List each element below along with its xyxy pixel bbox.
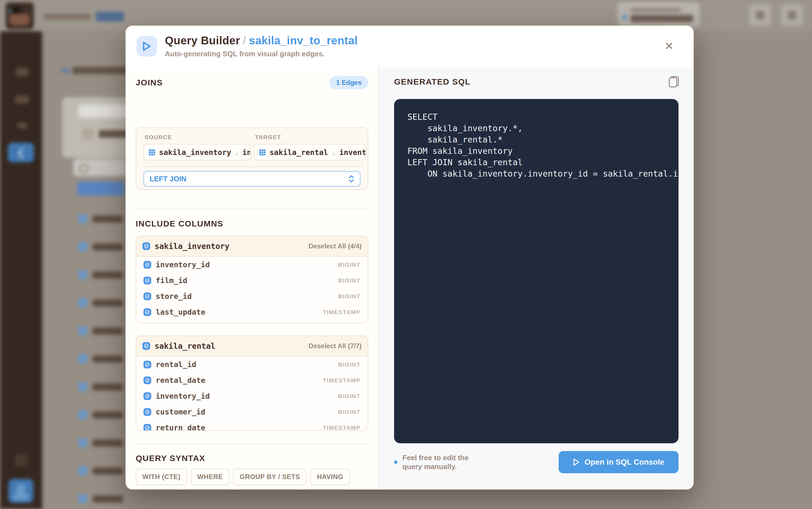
open-in-sql-console-button[interactable]: Open in SQL Console — [559, 451, 679, 473]
chip-where[interactable]: WHERE — [191, 469, 229, 485]
query-syntax-heading: QUERY SYNTAX — [136, 453, 206, 463]
column-row[interactable]: inventory_id BIGINT — [136, 257, 368, 273]
table-header[interactable]: sakila_rental Deselect All (7/7) — [136, 336, 368, 357]
title-separator: / — [240, 34, 249, 46]
target-table: sakila_rental — [270, 148, 328, 157]
column-name: rental_id — [156, 360, 196, 369]
table-name: sakila_rental — [155, 342, 215, 351]
column-name: inventory_id — [156, 260, 210, 269]
edges-count-badge: 1 Edges — [330, 76, 368, 89]
query-syntax-chips: WITH (CTE) WHERE GROUP BY / SETS HAVING … — [136, 469, 370, 489]
open-button-label: Open in SQL Console — [585, 458, 664, 467]
column-name: last_update — [156, 308, 206, 316]
modal-header: Query Builder/sakila_inv_to_rental Auto-… — [126, 26, 693, 68]
edit-hint-text: Feel free to edit the query manually. — [402, 453, 477, 471]
checked-circle-icon — [143, 342, 150, 350]
copy-icon-front — [669, 77, 677, 87]
column-name: inventory_id — [156, 392, 210, 400]
table-card-sakila-inventory: sakila_inventory Deselect All (4/4) inve… — [136, 236, 368, 323]
modal-title-row: Query Builder/sakila_inv_to_rental — [165, 34, 358, 47]
target-column: inventory_id — [339, 148, 366, 157]
column-row[interactable]: return_date TIMESTAMP — [136, 420, 368, 431]
checked-circle-icon — [144, 424, 151, 431]
chip-having[interactable]: HAVING — [310, 469, 350, 485]
column-row[interactable]: store_id BIGINT — [136, 288, 368, 304]
chip-with-cte[interactable]: WITH (CTE) — [136, 469, 187, 485]
chip-group-by[interactable]: GROUP BY / SETS — [233, 469, 307, 485]
builder-left-column: JOINS 1 Edges SOURCE TARGET sakila_inven… — [126, 67, 378, 489]
column-row[interactable]: customer_id BIGINT — [136, 404, 368, 420]
deselect-all-link[interactable]: Deselect All (7/7) — [309, 342, 362, 350]
close-icon[interactable]: ✕ — [664, 40, 674, 52]
checked-circle-icon — [144, 376, 151, 384]
deselect-all-link[interactable]: Deselect All (4/4) — [309, 242, 362, 250]
modal-subtitle: Auto-generating SQL from visual graph ed… — [165, 49, 358, 58]
table-icon — [259, 149, 266, 156]
copy-icon[interactable] — [669, 76, 679, 87]
column-name: customer_id — [156, 408, 206, 416]
play-icon — [142, 41, 152, 52]
join-card: SOURCE TARGET sakila_inventory . invento… — [136, 127, 368, 190]
column-row[interactable]: inventory_id BIGINT — [136, 388, 368, 404]
column-type: BIGINT — [338, 393, 361, 400]
table-name: sakila_inventory — [155, 242, 229, 251]
sql-code: SELECT sakila_inventory.*, sakila_rental… — [394, 99, 679, 179]
edge-name-link[interactable]: sakila_inv_to_rental — [249, 34, 358, 46]
screen: ❮ — [0, 0, 812, 509]
join-type-value: LEFT JOIN — [150, 175, 186, 183]
chip-qualify[interactable]: QUALIFY — [136, 489, 179, 489]
dot-separator: . — [328, 148, 339, 157]
target-label: TARGET — [255, 134, 281, 141]
section-divider — [136, 444, 368, 444]
checked-circle-icon — [144, 361, 151, 368]
chip-limit-offset[interactable]: LIMIT / OFFSET — [236, 489, 301, 489]
generated-sql-heading: GENERATED SQL — [394, 77, 471, 87]
hint-bullet-dot — [394, 461, 397, 464]
column-type: BIGINT — [338, 293, 361, 300]
column-name: store_id — [156, 292, 192, 301]
column-name: return_date — [156, 423, 206, 431]
joins-heading: JOINS — [136, 78, 163, 87]
chip-order-by[interactable]: ORDER BY — [183, 489, 232, 489]
checked-circle-icon — [144, 277, 151, 284]
query-builder-icon-tile — [136, 36, 157, 57]
chevron-up-down-icon — [348, 175, 354, 183]
join-type-select[interactable]: LEFT JOIN — [144, 171, 361, 186]
column-type: TIMESTAMP — [323, 377, 361, 384]
column-row[interactable]: rental_id BIGINT — [136, 357, 368, 372]
column-type: TIMESTAMP — [323, 309, 361, 315]
checked-circle-icon — [144, 392, 151, 400]
column-type: BIGINT — [338, 262, 361, 268]
play-icon — [573, 458, 580, 466]
checked-circle-icon — [143, 242, 150, 250]
column-type: BIGINT — [338, 409, 361, 415]
table-icon — [149, 149, 155, 156]
column-name: rental_date — [156, 376, 206, 384]
column-row[interactable]: film_id BIGINT — [136, 273, 368, 288]
source-column: inventory_id — [242, 148, 251, 157]
join-card-divider — [144, 167, 361, 167]
checked-circle-icon — [144, 261, 151, 269]
column-row[interactable]: rental_date TIMESTAMP — [136, 372, 368, 388]
section-divider — [136, 209, 368, 210]
dot-separator: . — [231, 148, 242, 157]
column-row[interactable]: last_update TIMESTAMP — [136, 304, 368, 320]
source-field[interactable]: sakila_inventory . inventory_id — [144, 144, 251, 161]
checked-circle-icon — [144, 308, 151, 316]
table-card-sakila-rental: sakila_rental Deselect All (7/7) rental_… — [136, 335, 368, 431]
source-table: sakila_inventory — [159, 148, 231, 157]
query-builder-modal: Query Builder/sakila_inv_to_rental Auto-… — [125, 26, 694, 489]
checked-circle-icon — [144, 408, 151, 416]
target-field[interactable]: sakila_rental . inventory_id — [254, 144, 366, 161]
column-type: BIGINT — [338, 361, 361, 368]
column-name: film_id — [156, 276, 187, 285]
source-label: SOURCE — [145, 134, 172, 141]
table-header[interactable]: sakila_inventory Deselect All (4/4) — [136, 236, 368, 257]
page-title: Query Builder — [165, 34, 240, 46]
checked-circle-icon — [144, 293, 151, 300]
column-type: TIMESTAMP — [323, 425, 361, 431]
include-columns-heading: INCLUDE COLUMNS — [136, 219, 223, 229]
column-type: BIGINT — [338, 277, 361, 284]
sql-code-editor[interactable]: SELECT sakila_inventory.*, sakila_rental… — [394, 99, 679, 443]
chip-sample[interactable]: SAMPLE — [304, 489, 346, 489]
